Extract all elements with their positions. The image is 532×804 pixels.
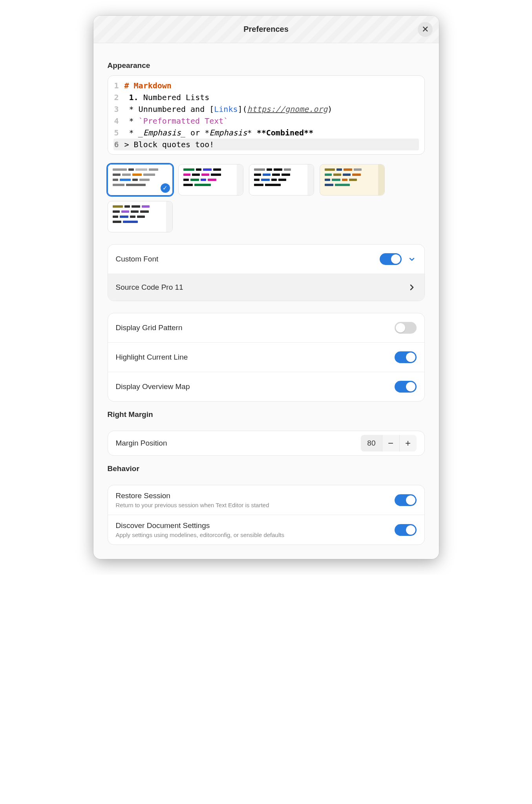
overview-map-toggle[interactable] (395, 381, 417, 393)
margin-position-stepper: 80 − + (361, 435, 416, 451)
overview-map-row: Display Overview Map (108, 372, 424, 401)
code-preview: 1# Markdown 2 1. Numbered Lists 3 * Unnu… (108, 75, 425, 155)
custom-font-toggle[interactable] (380, 253, 402, 265)
margin-position-value[interactable]: 80 (361, 435, 382, 451)
display-grid-row: Display Grid Pattern (108, 313, 424, 342)
custom-font-row[interactable]: Custom Font (108, 245, 424, 274)
line-number: 1 (113, 80, 124, 91)
highlight-line-toggle[interactable] (395, 351, 417, 363)
font-picker-row[interactable]: Source Code Pro 11 (108, 274, 424, 301)
check-icon: ✓ (161, 183, 170, 193)
theme-option-2[interactable] (178, 164, 243, 196)
display-options-group: Display Grid Pattern Highlight Current L… (108, 313, 425, 402)
behavior-section-title: Behavior (108, 464, 425, 473)
chevron-right-icon (407, 283, 417, 292)
restore-session-toggle[interactable] (395, 494, 417, 506)
behavior-group: Restore Session Return to your previous … (108, 485, 425, 545)
custom-font-group: Custom Font Source Code Pro 11 (108, 244, 425, 301)
right-margin-group: Margin Position 80 − + (108, 431, 425, 456)
line-number: 2 (113, 91, 124, 103)
margin-decrement-button[interactable]: − (382, 435, 399, 451)
display-grid-toggle[interactable] (395, 322, 417, 334)
line-number: 5 (113, 127, 124, 139)
chevron-down-icon[interactable] (407, 254, 417, 264)
margin-increment-button[interactable]: + (399, 435, 417, 451)
minus-icon: − (388, 438, 393, 449)
appearance-section-title: Appearance (108, 61, 425, 70)
line-number: 6 (113, 139, 124, 150)
theme-option-5[interactable] (108, 201, 173, 232)
right-margin-section-title: Right Margin (108, 410, 425, 419)
preferences-dialog: Preferences ✕ Appearance 1# Markdown 2 1… (93, 16, 439, 559)
header-bar: Preferences ✕ (93, 16, 439, 43)
theme-option-3[interactable] (249, 164, 314, 196)
discover-settings-toggle[interactable] (395, 524, 417, 536)
margin-position-row: Margin Position 80 − + (108, 431, 424, 455)
theme-option-4[interactable] (320, 164, 385, 196)
restore-session-row: Restore Session Return to your previous … (108, 485, 424, 515)
close-button[interactable]: ✕ (418, 22, 433, 37)
line-number: 4 (113, 115, 124, 127)
theme-selector: ✓ (108, 164, 425, 232)
discover-settings-row: Discover Document Settings Apply setting… (108, 515, 424, 545)
theme-option-1[interactable]: ✓ (108, 164, 173, 196)
plus-icon: + (405, 438, 411, 449)
line-number: 3 (113, 103, 124, 115)
highlight-line-row: Highlight Current Line (108, 342, 424, 372)
window-title: Preferences (243, 25, 289, 34)
close-icon: ✕ (422, 24, 429, 35)
